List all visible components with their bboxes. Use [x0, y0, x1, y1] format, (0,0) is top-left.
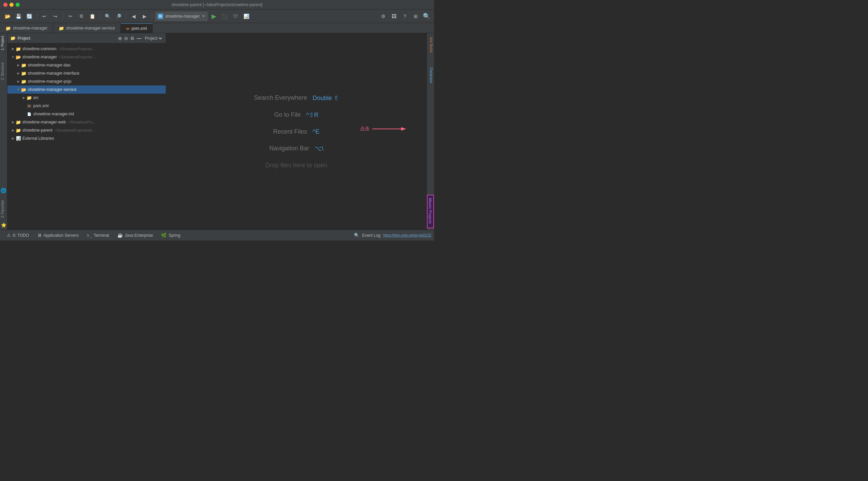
sync-button[interactable]: 🔄	[24, 12, 34, 21]
run-configuration[interactable]: m showtime-manager ▼	[155, 12, 208, 21]
tab-showtime-manager-service[interactable]: 📁 showtime-manager-service	[53, 23, 121, 33]
tab-label-showtime-manager: showtime-manager	[13, 26, 47, 31]
url-link[interactable]: https://blog.csdn.net/anyiwll123/	[383, 233, 431, 237]
undo-button[interactable]: ↩	[40, 12, 49, 21]
folder-icon: 📁	[21, 79, 26, 84]
expand-arrow[interactable]: ▶	[21, 94, 26, 102]
tree-item-src[interactable]: ▶ 📁 src	[7, 94, 166, 102]
tree-item-showtime-manager[interactable]: ▼ 📂 showtime-manager ~/ShowtimeProjects/…	[7, 53, 166, 61]
bottom-tab-spring[interactable]: 🌿 Spring	[157, 230, 184, 241]
star-icon[interactable]: ⭐	[1, 223, 6, 228]
toolbar: 📂 💾 🔄 ↩ ↪ ✂ ⧉ 📋 🔍 🔎 ◀ ▶ m showtime-manag…	[0, 9, 434, 23]
bottom-tab-application-servers[interactable]: 🖥 Application Servers	[33, 230, 83, 241]
frame-button[interactable]: 🖼	[389, 12, 399, 21]
expand-arrow[interactable]: ▶	[16, 61, 21, 69]
close-panel-icon[interactable]: —	[137, 36, 141, 41]
collapse-all-icon[interactable]: ⊖	[124, 36, 128, 41]
copy-button[interactable]: ⧉	[77, 12, 86, 21]
folder-icon: 📁	[5, 26, 11, 31]
tab-showtime-manager[interactable]: 📁 showtime-manager	[0, 23, 53, 33]
sidebar-item-favorites[interactable]: 2: Favorites	[0, 197, 7, 220]
right-tab-ant-build[interactable]: Ant Build	[427, 33, 434, 57]
tree-item-showtime-manager-interface[interactable]: ▶ 📁 showtime-manager-interface	[7, 69, 166, 77]
find-next-button[interactable]: 🔎	[114, 12, 123, 21]
folder-icon: 📁	[21, 62, 26, 68]
shortcut-key: ^⇧R	[306, 111, 318, 119]
item-path: ~/ShowtimePro...	[67, 120, 96, 124]
tree-item-showtime-manager-service[interactable]: ▼ 📂 showtime-manager-service	[7, 85, 166, 94]
tree-item-showtime-manager-dao[interactable]: ▶ 📁 showtime-manager-dao	[7, 61, 166, 69]
open-button[interactable]: 📂	[3, 12, 12, 21]
sidebar-item-project[interactable]: 1: Project	[0, 33, 7, 53]
expand-arrow[interactable]: ▼	[16, 85, 21, 94]
tree-item-showtime-manager-web[interactable]: ▶ 📁 showtime-manager-web ~/ShowtimePro..…	[7, 118, 166, 126]
right-tab-maven-projects[interactable]: Maven Projects	[427, 195, 434, 228]
java-enterprise-icon: ☕	[117, 233, 123, 238]
bottom-tab-terminal[interactable]: >_ Terminal	[83, 230, 113, 241]
right-tab-database[interactable]: Database	[427, 63, 434, 88]
separator-3	[100, 13, 100, 20]
tree-item-showtime-manager-iml[interactable]: 📄 showtime-manager.iml	[7, 110, 166, 118]
maven-projects-label: Maven Projects	[428, 198, 432, 224]
tree-item-showtime-manager-pojo[interactable]: ▶ 📁 showtime-manager-pojo	[7, 77, 166, 85]
item-label: showtime-manager-web	[22, 120, 66, 124]
stop-button[interactable]: ⬛	[220, 12, 230, 21]
close-button[interactable]	[3, 3, 7, 7]
back-button[interactable]: ◀	[129, 12, 138, 21]
structure-button[interactable]: ⊞	[411, 12, 420, 21]
expand-arrow[interactable]: ▶	[16, 77, 21, 85]
tree-item-external-libraries[interactable]: ▶ 📊 External Libraries	[7, 134, 166, 142]
tree-item-pom-xml[interactable]: m pom.xml	[7, 102, 166, 110]
expand-arrow[interactable]: ▶	[10, 118, 16, 126]
maximize-button[interactable]	[16, 3, 20, 7]
editor-area: Search Everywhere Double ⇧ Go to File ^⇧…	[166, 33, 427, 230]
shortcut-key: ^E	[313, 128, 319, 135]
item-label: showtime-manager-dao	[28, 63, 71, 68]
xml-file-icon: m	[26, 103, 32, 109]
settings-icon[interactable]: ⚙	[130, 36, 135, 41]
item-label: showtime-parent	[22, 128, 53, 133]
project-scope-select[interactable]: Project	[143, 36, 163, 41]
folder-icon: 📁	[21, 71, 26, 76]
tree-item-showtime-parent[interactable]: ▶ 📁 showtime-parent ~/ShowtimeProjects/s…	[7, 126, 166, 134]
coverage-button[interactable]: 🛡	[231, 12, 240, 21]
event-log-label[interactable]: Event Log	[362, 233, 380, 238]
forward-button[interactable]: ▶	[140, 12, 149, 21]
expand-arrow[interactable]: ▶	[10, 126, 16, 134]
expand-all-icon[interactable]: ⊕	[118, 36, 122, 41]
update-button[interactable]: ⚙	[378, 12, 388, 21]
help-button[interactable]: ?	[400, 12, 410, 21]
expand-arrow[interactable]: ▼	[10, 53, 16, 61]
run-config-icon: m	[158, 14, 163, 19]
folder-icon: 📂	[21, 87, 26, 92]
bottom-tab-java-enterprise[interactable]: ☕ Java Enterprise	[113, 230, 157, 241]
paste-button[interactable]: 📋	[87, 12, 97, 21]
expand-arrow[interactable]: ▶	[10, 134, 16, 142]
sidebar-item-web[interactable]: 🌐	[0, 185, 7, 196]
profile-button[interactable]: 📊	[242, 12, 251, 21]
tree-item-showtime-common[interactable]: ▶ 📁 showtime-common ~/ShowtimeProjects/.…	[7, 45, 166, 53]
find-button[interactable]: 🔍	[103, 12, 112, 21]
terminal-label: Terminal	[94, 233, 109, 238]
expand-arrow[interactable]: ▶	[16, 69, 21, 77]
sidebar-item-structure[interactable]: Z: Structure	[0, 60, 7, 83]
expand-arrow[interactable]: ▶	[10, 45, 16, 53]
cut-button[interactable]: ✂	[66, 12, 75, 21]
separator-1	[37, 13, 37, 20]
minimize-button[interactable]	[9, 3, 14, 7]
window-title: showtime-parent [~/IdeaProjects/showtime…	[172, 2, 262, 7]
run-button[interactable]: ▶	[209, 12, 219, 21]
save-button[interactable]: 💾	[14, 12, 23, 21]
tab-label-pom-xml: pom.xml	[132, 26, 147, 31]
bottom-tab-todo[interactable]: ⚠ 6: TODO	[3, 230, 33, 241]
tab-label-showtime-manager-service: showtime-manager-service	[66, 26, 115, 31]
shortcut-navigation-bar: Navigation Bar ⌥\	[269, 145, 323, 152]
item-label: showtime-manager	[22, 55, 57, 59]
maven-annotation: 点击	[360, 126, 406, 132]
search-everywhere-icon[interactable]: 🔍	[422, 12, 431, 21]
shortcut-label: Search Everywhere	[254, 94, 307, 101]
shortcut-key: Double ⇧	[313, 94, 339, 102]
tab-pom-xml[interactable]: m pom.xml	[121, 23, 153, 33]
item-label: src	[33, 95, 39, 100]
redo-button[interactable]: ↪	[51, 12, 60, 21]
